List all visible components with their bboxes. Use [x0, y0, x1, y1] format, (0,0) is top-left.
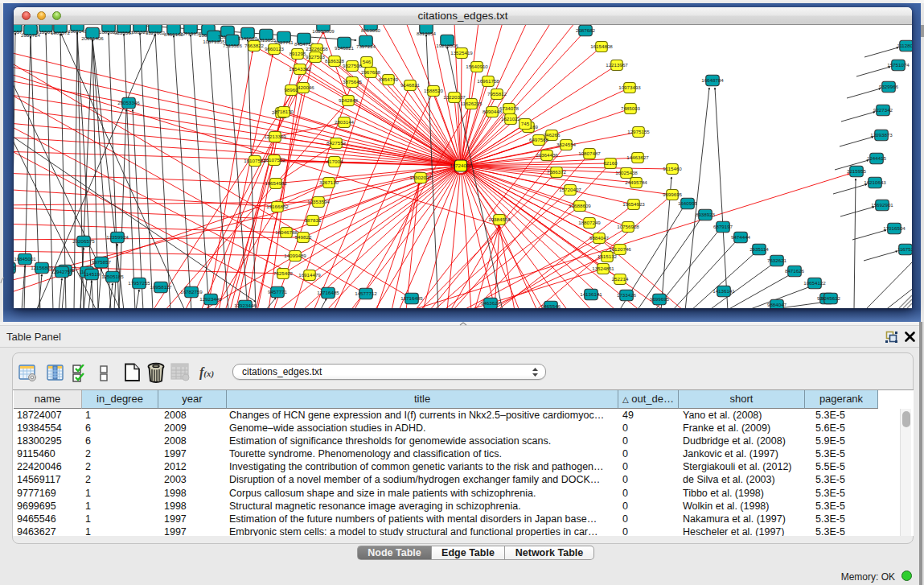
svg-text:8471626: 8471626 [785, 268, 805, 274]
svg-text:116753: 116753 [897, 246, 912, 252]
svg-text:28053346: 28053346 [117, 100, 140, 105]
svg-text:98960: 98960 [284, 87, 298, 93]
svg-text:1112803: 1112803 [897, 43, 912, 48]
svg-text:7485003: 7485003 [621, 105, 641, 111]
svg-text:2718170: 2718170 [274, 109, 294, 114]
svg-text:15640910: 15640910 [466, 64, 488, 69]
svg-text:1733426: 1733426 [617, 292, 637, 298]
svg-text:16914479: 16914479 [298, 272, 321, 278]
svg-text:891295: 891295 [290, 51, 306, 56]
svg-text:9884047: 9884047 [589, 235, 610, 241]
svg-text:14136141: 14136141 [713, 288, 735, 294]
svg-text:1588520: 1588520 [424, 88, 444, 93]
svg-text:19654982: 19654982 [265, 180, 287, 186]
svg-text:19218506: 19218506 [436, 43, 458, 48]
svg-text:12942757: 12942757 [51, 269, 73, 274]
svg-text:1640995: 1640995 [678, 200, 698, 206]
svg-text:12213369: 12213369 [264, 134, 286, 139]
svg-text:9327508: 9327508 [343, 63, 363, 68]
svg-text:16961758: 16961758 [477, 78, 499, 84]
svg-text:14136141: 14136141 [580, 291, 602, 297]
svg-text:417004: 417004 [326, 159, 343, 164]
svg-text:9327503: 9327503 [306, 54, 326, 60]
svg-text:24495784: 24495784 [625, 179, 647, 185]
svg-text:17957255: 17957255 [128, 280, 150, 286]
svg-text:9329966: 9329966 [879, 84, 899, 89]
svg-text:3624554: 3624554 [556, 142, 577, 147]
svg-text:3267130: 3267130 [319, 179, 339, 185]
svg-text:9146821: 9146821 [335, 45, 355, 51]
svg-text:8938923: 8938923 [696, 212, 716, 217]
svg-text:114519: 114519 [84, 271, 101, 277]
svg-text:9474444: 9474444 [731, 234, 751, 240]
svg-text:7663822: 7663822 [244, 43, 265, 48]
svg-text:10958117: 10958117 [150, 284, 172, 290]
svg-text:745: 745 [521, 121, 530, 126]
svg-text:9884047: 9884047 [767, 302, 787, 307]
svg-text:8186328: 8186328 [325, 58, 345, 64]
svg-text:546: 546 [363, 59, 372, 64]
svg-text:9975857: 9975857 [92, 259, 112, 265]
svg-text:10756928: 10756928 [617, 224, 639, 229]
svg-text:8813050: 8813050 [361, 27, 381, 33]
svg-text:1244415: 1244415 [867, 155, 887, 161]
svg-text:8813054: 8813054 [417, 31, 437, 36]
svg-text:20206575: 20206575 [72, 238, 95, 244]
svg-text:14577712: 14577712 [355, 290, 377, 296]
svg-text:2069140: 2069140 [68, 28, 88, 34]
svg-text:12923446: 12923446 [234, 303, 257, 308]
svg-text:7632621: 7632621 [767, 257, 787, 263]
svg-text:1527602: 1527602 [146, 30, 166, 35]
svg-text:7357224: 7357224 [356, 43, 376, 49]
svg-text:11626215: 11626215 [460, 101, 483, 106]
svg-text:8427552: 8427552 [326, 140, 347, 146]
svg-text:19654923: 19654923 [622, 201, 645, 207]
svg-text:9227342: 9227342 [873, 107, 893, 113]
svg-text:23226058: 23226058 [306, 46, 328, 51]
svg-text:9245612: 9245612 [821, 295, 841, 301]
svg-text:12359924: 12359924 [106, 234, 129, 240]
svg-text:16648784: 16648784 [701, 77, 724, 83]
svg-text:12213967: 12213967 [606, 62, 628, 68]
svg-text:16210643: 16210643 [864, 179, 886, 185]
svg-text:16845001: 16845001 [14, 256, 36, 262]
svg-text:13220337: 13220337 [443, 94, 466, 100]
svg-text:20691406: 20691406 [81, 35, 104, 41]
svg-text:19384554: 19384554 [488, 216, 511, 222]
svg-text:16543362: 16543362 [289, 66, 311, 72]
svg-text:9146821: 9146821 [400, 82, 421, 88]
svg-text:12353594: 12353594 [307, 199, 330, 204]
svg-text:9699695: 9699695 [663, 192, 683, 197]
svg-text:2967608: 2967608 [361, 69, 381, 75]
svg-text:19166852: 19166852 [266, 204, 289, 209]
svg-text:12923446: 12923446 [199, 296, 222, 302]
svg-text:9660123: 9660123 [265, 46, 285, 51]
svg-text:12505185: 12505185 [101, 274, 124, 279]
svg-text:8454749: 8454749 [379, 76, 399, 82]
svg-text:13716485: 13716485 [317, 290, 339, 295]
svg-text:16107552: 16107552 [244, 158, 266, 163]
svg-text:17016504: 17016504 [883, 225, 906, 231]
svg-text:16154808: 16154808 [590, 43, 613, 49]
svg-text:13525419: 13525419 [450, 50, 473, 56]
svg-text:15720407: 15720407 [559, 187, 581, 192]
svg-text:7955812: 7955812 [487, 91, 507, 97]
svg-text:9463627: 9463627 [481, 300, 501, 306]
svg-text:13716485: 13716485 [400, 295, 423, 301]
svg-text:18724007: 18724007 [450, 163, 472, 168]
svg-text:16033809: 16033809 [312, 28, 335, 34]
svg-text:2087682: 2087682 [576, 27, 596, 33]
svg-text:1615132: 1615132 [598, 253, 618, 259]
svg-text:9699695: 9699695 [650, 296, 670, 302]
svg-text:9242848: 9242848 [339, 97, 359, 103]
svg-text:12093873: 12093873 [870, 132, 893, 138]
svg-text:9465546: 9465546 [541, 303, 561, 308]
svg-text:2803144: 2803144 [335, 119, 355, 125]
svg-text:10688609: 10688609 [569, 203, 591, 208]
svg-text:587831: 587831 [305, 217, 322, 223]
svg-text:7625402: 7625402 [273, 270, 294, 276]
svg-text:15302027: 15302027 [409, 175, 432, 180]
svg-text:6879197: 6879197 [713, 224, 733, 229]
svg-text:16120746: 16120746 [609, 246, 631, 252]
svg-text:9115460: 9115460 [663, 166, 682, 171]
